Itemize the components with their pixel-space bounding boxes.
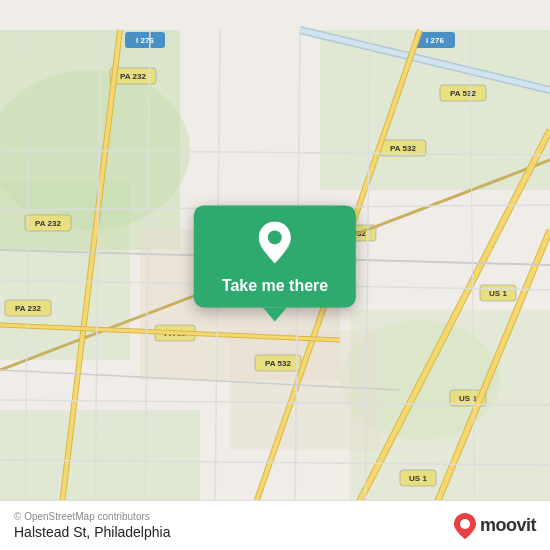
- svg-point-66: [460, 519, 470, 529]
- location-name: Halstead St, Philadelphia: [14, 524, 170, 540]
- moovit-brand-text: moovit: [480, 515, 536, 536]
- svg-text:PA 232: PA 232: [35, 219, 61, 228]
- take-me-there-label: Take me there: [222, 277, 328, 295]
- svg-text:US 1: US 1: [459, 394, 477, 403]
- location-pin-icon: [255, 221, 295, 269]
- svg-text:PA 232: PA 232: [120, 72, 146, 81]
- svg-text:PA 532: PA 532: [390, 144, 416, 153]
- svg-text:PA 232: PA 232: [15, 304, 41, 313]
- map-container: I 276 I 276 PA 532 PA 532 PA 532 PA 532 …: [0, 0, 550, 550]
- moovit-pin-icon: [454, 513, 476, 539]
- attribution-text: © OpenStreetMap contributors: [14, 511, 170, 522]
- svg-text:PA 532: PA 532: [450, 89, 476, 98]
- svg-text:I 276: I 276: [426, 36, 444, 45]
- bottom-info: © OpenStreetMap contributors Halstead St…: [14, 511, 170, 540]
- svg-text:US 1: US 1: [409, 474, 427, 483]
- svg-rect-8: [230, 330, 380, 450]
- popup-tail: [263, 307, 287, 321]
- moovit-logo: moovit: [454, 513, 536, 539]
- svg-point-65: [268, 230, 282, 244]
- svg-rect-3: [320, 30, 550, 190]
- svg-text:US 1: US 1: [489, 289, 507, 298]
- svg-text:I 276: I 276: [136, 36, 154, 45]
- popup-card[interactable]: Take me there: [194, 205, 356, 307]
- take-me-there-popup[interactable]: Take me there: [194, 205, 356, 321]
- bottom-bar: © OpenStreetMap contributors Halstead St…: [0, 500, 550, 550]
- svg-text:PA 532: PA 532: [265, 359, 291, 368]
